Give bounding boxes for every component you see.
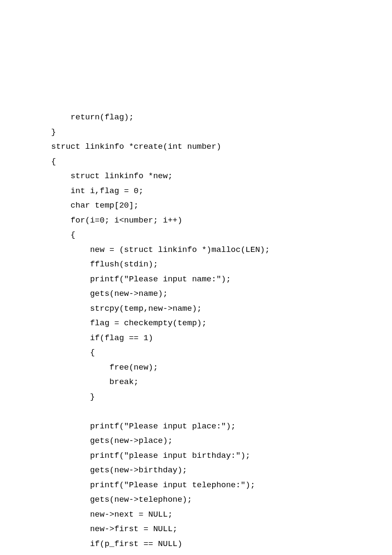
code-block: return(flag); } struct linkinfo *create(…: [51, 110, 341, 555]
